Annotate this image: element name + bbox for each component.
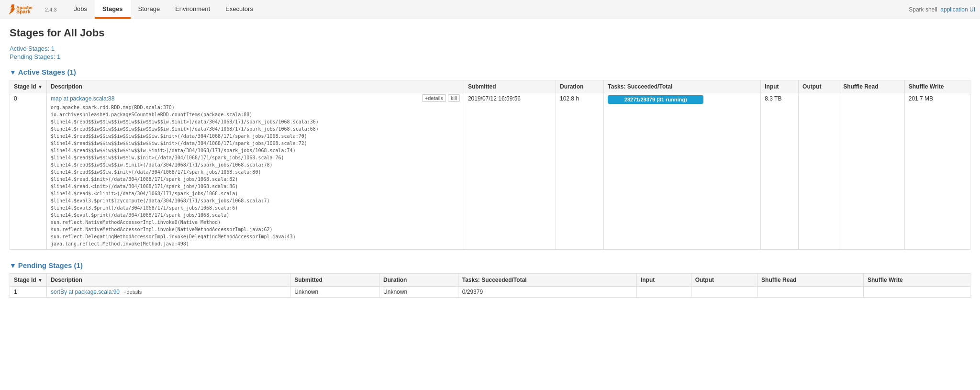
active-stage-submitted: 2019/07/12 16:59:56: [464, 93, 556, 250]
col-submitted-pending: Submitted: [290, 274, 379, 287]
pending-stage-shuffle-read: [757, 287, 864, 298]
active-stage-tasks: 28271/29379 (31 running): [604, 93, 761, 250]
col-output-pending: Output: [691, 274, 757, 287]
active-stages-header-row: Stage Id ▼ Description Submitted Duratio…: [10, 80, 970, 93]
active-stage-input: 8.3 TB: [761, 93, 799, 250]
svg-marker-0: [9, 4, 16, 14]
nav-tabs: Jobs Stages Storage Environment Executor…: [66, 0, 260, 19]
col-input-pending: Input: [636, 274, 691, 287]
col-input-active: Input: [761, 80, 799, 93]
col-tasks-pending: Tasks: Succeeded/Total: [458, 274, 636, 287]
nav-tab-environment[interactable]: Environment: [167, 0, 218, 19]
table-row: 1sortBy at package.scala:90+detailsUnkno…: [10, 287, 970, 298]
col-tasks-active: Tasks: Succeeded/Total: [604, 80, 761, 93]
active-stage-id: 0: [10, 93, 47, 250]
active-stage-shuffle-read: [839, 93, 905, 250]
col-description-active: Description: [46, 80, 464, 93]
pending-stages-table: Stage Id ▼ Description Submitted Duratio…: [10, 273, 970, 298]
pending-stage-shuffle-write: [863, 287, 970, 298]
spark-logo: Apache Spark: [5, 2, 43, 17]
nav-tab-executors[interactable]: Executors: [218, 0, 261, 19]
nav-right-label: Spark shell: [909, 6, 937, 13]
active-stage-shuffle-write: 201.7 MB: [904, 93, 970, 250]
nav-right: Spark shell application UI: [909, 6, 975, 13]
page-content: Stages for All Jobs Active Stages: 1 Pen…: [0, 19, 980, 305]
active-stage-desc-link[interactable]: map at package.scala:88: [51, 95, 114, 102]
active-stages-title: Active Stages (1): [18, 68, 76, 76]
pending-stages-summary: Pending Stages: 1: [10, 53, 970, 60]
tasks-progress-bar: 28271/29379 (31 running): [608, 95, 703, 104]
pending-stage-output: [691, 287, 757, 298]
kill-button[interactable]: kill: [448, 94, 460, 102]
active-stage-duration: 102.8 h: [556, 93, 604, 250]
pending-stage-input: [636, 287, 691, 298]
col-shuffle-write-active: Shuffle Write: [904, 80, 970, 93]
navbar: Apache Spark 2.4.3 Jobs Stages Storage E…: [0, 0, 980, 19]
active-stage-description: map at package.scala:88+detailskillorg.a…: [46, 93, 464, 250]
svg-text:Spark: Spark: [16, 9, 31, 14]
nav-right-link[interactable]: application UI: [940, 6, 975, 13]
pending-stages-header-row: Stage Id ▼ Description Submitted Duratio…: [10, 274, 970, 287]
page-title: Stages for All Jobs: [10, 27, 970, 39]
pending-stages-link[interactable]: Pending Stages: 1: [10, 53, 60, 60]
details-button[interactable]: +details: [422, 94, 446, 102]
summary-links: Active Stages: 1 Pending Stages: 1: [10, 45, 970, 60]
col-shuffle-read-active: Shuffle Read: [839, 80, 905, 93]
nav-tab-storage[interactable]: Storage: [131, 0, 168, 19]
col-shuffle-read-pending: Shuffle Read: [757, 274, 864, 287]
col-submitted-active: Submitted: [464, 80, 556, 93]
col-stage-id-pending[interactable]: Stage Id ▼: [10, 274, 47, 287]
col-duration-active: Duration: [556, 80, 604, 93]
col-stage-id-active[interactable]: Stage Id ▼: [10, 80, 47, 93]
pending-toggle-icon: ▼: [10, 262, 16, 269]
pending-stages-title: Pending Stages (1): [18, 261, 83, 269]
stack-trace: org.apache.spark.rdd.RDD.map(RDD.scala:3…: [51, 104, 460, 247]
brand: Apache Spark 2.4.3: [5, 2, 56, 17]
nav-tab-stages[interactable]: Stages: [95, 0, 131, 19]
table-row: 0map at package.scala:88+detailskillorg.…: [10, 93, 970, 250]
version-label: 2.4.3: [45, 7, 56, 12]
pending-stage-desc-link[interactable]: sortBy at package.scala:90: [51, 289, 120, 295]
active-stages-summary: Active Stages: 1: [10, 45, 970, 52]
pending-stage-id: 1: [10, 287, 47, 298]
col-description-pending: Description: [46, 274, 290, 287]
pending-stage-description: sortBy at package.scala:90+details: [46, 287, 290, 298]
active-stages-table: Stage Id ▼ Description Submitted Duratio…: [10, 80, 970, 250]
pending-stage-duration: Unknown: [379, 287, 458, 298]
nav-tab-jobs[interactable]: Jobs: [66, 0, 94, 19]
col-shuffle-write-pending: Shuffle Write: [863, 274, 970, 287]
col-duration-pending: Duration: [379, 274, 458, 287]
pending-stage-submitted: Unknown: [290, 287, 379, 298]
col-output-active: Output: [799, 80, 839, 93]
active-toggle-icon: ▼: [10, 68, 16, 76]
pending-stage-tasks: 0/29379: [458, 287, 636, 298]
active-stages-section-header[interactable]: ▼ Active Stages (1): [10, 68, 970, 76]
pending-details-button[interactable]: +details: [123, 289, 142, 295]
pending-stages-section-header[interactable]: ▼ Pending Stages (1): [10, 261, 970, 269]
active-stage-output: [799, 93, 839, 250]
active-stages-link[interactable]: Active Stages: 1: [10, 45, 55, 52]
